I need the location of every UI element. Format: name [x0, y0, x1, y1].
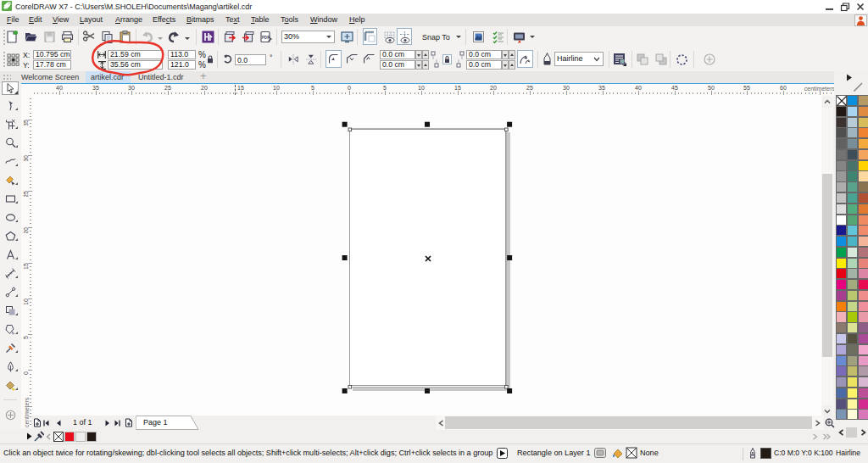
- svg-text:15: 15: [23, 263, 29, 269]
- svg-text:0: 0: [23, 371, 29, 375]
- svg-text:20: 20: [23, 227, 29, 233]
- svg-text:centimeters: centimeters: [24, 397, 30, 427]
- svg-text:5: 5: [23, 336, 29, 339]
- svg-text:35: 35: [23, 120, 29, 126]
- svg-text:25: 25: [23, 191, 29, 197]
- svg-text:10: 10: [23, 298, 29, 304]
- svg-text:30: 30: [23, 155, 29, 161]
